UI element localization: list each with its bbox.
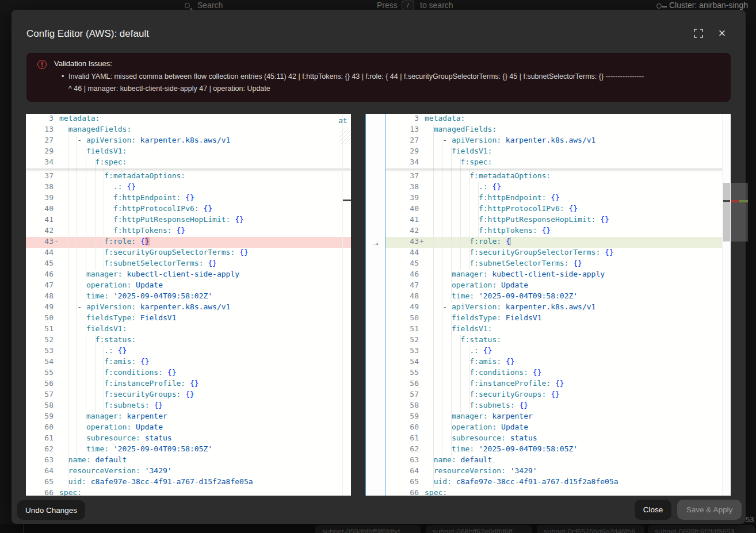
save-apply-button[interactable]: Save & Apply: [677, 500, 742, 520]
code-line[interactable]: 56f:instanceProfile: {}: [385, 379, 731, 390]
code-line[interactable]: 27- apiVersion: karpenter.k8s.aws/v1: [26, 136, 351, 147]
code-line[interactable]: 60operation: Update: [26, 423, 351, 434]
code-line[interactable]: 64resourceVersion: '3429': [26, 466, 351, 477]
code-line[interactable]: 59manager: karpenter: [385, 412, 731, 423]
code-line[interactable]: 37f:metadataOptions:: [26, 171, 351, 182]
text-cursor: [510, 237, 511, 246]
code-line[interactable]: 53.: {}: [385, 346, 731, 357]
code-line[interactable]: 3metadata:: [385, 114, 731, 125]
background-table-cell: subnet-0cf6525bd6e2d46fb6: [537, 525, 644, 533]
code-line[interactable]: 50fieldsType: FieldsV1: [385, 313, 731, 324]
code-line[interactable]: 42f:httpTokens: {}: [26, 226, 351, 237]
code-line[interactable]: 65uid: c8afe97e-38cc-4f91-a767-d15f2a8fe…: [26, 477, 351, 488]
code-line[interactable]: 44f:securityGroupSelectorTerms: {}: [26, 248, 351, 259]
scrollbar-slider[interactable]: [723, 183, 730, 241]
code-line[interactable]: 61subresource: status: [26, 434, 351, 444]
code-line[interactable]: 13managedFields:: [385, 125, 731, 136]
close-icon[interactable]: ×: [714, 25, 730, 41]
code-line[interactable]: 58f:subnets: {}: [385, 401, 731, 412]
code-line[interactable]: 34f:spec:: [385, 158, 731, 168]
diff-marker: [419, 488, 425, 496]
code-line[interactable]: 38.: {}: [26, 182, 351, 193]
diff-original-pane[interactable]: 3metadata:13managedFields:27- apiVersion…: [26, 114, 351, 496]
code-line[interactable]: 56f:instanceProfile: {}: [26, 379, 351, 390]
code-line[interactable]: 54f:amis: {}: [385, 357, 731, 368]
code-line[interactable]: 55f:conditions: {}: [26, 368, 351, 379]
code-line[interactable]: 29fieldsV1:: [26, 147, 351, 158]
code-line[interactable]: 46manager: kubectl-client-side-apply: [385, 270, 731, 281]
code-line[interactable]: 57f:securityGroups: {}: [385, 390, 731, 401]
line-number: 65: [26, 477, 54, 488]
code-line[interactable]: 45f:subnetSelectorTerms: {}: [385, 259, 731, 270]
code-line[interactable]: 65uid: c8afe97e-38cc-4f91-a767-d15f2a8fe…: [385, 477, 731, 488]
scrollbar-track[interactable]: [722, 114, 731, 496]
sticky-scroll-original[interactable]: 3metadata:13managedFields:27- apiVersion…: [26, 114, 351, 168]
code-line[interactable]: 62time: '2025-09-04T09:58:05Z': [385, 444, 731, 455]
code-line-add[interactable]: 43+f:role: {: [385, 237, 731, 248]
code-line[interactable]: 66spec:: [385, 488, 731, 496]
diff-marker: [54, 125, 59, 136]
code-line[interactable]: 48time: '2025-09-04T09:58:02Z': [26, 292, 351, 302]
line-number: 55: [385, 368, 419, 379]
code-line[interactable]: 3metadata:: [26, 114, 351, 125]
code-line[interactable]: 49- apiVersion: karpenter.k8s.aws/v1: [385, 302, 731, 313]
code-line[interactable]: 41f:httpPutResponseHopLimit: {}: [385, 215, 731, 226]
line-number: 54: [26, 357, 54, 368]
code-line[interactable]: 64resourceVersion: '3429': [385, 466, 731, 477]
code-line[interactable]: 34f:spec:: [26, 158, 351, 168]
code-line[interactable]: 47operation: Update: [385, 281, 731, 292]
code-line[interactable]: 39f:httpEndpoint: {}: [26, 193, 351, 204]
code-line[interactable]: 62time: '2025-09-04T09:58:05Z': [26, 444, 351, 455]
code-line[interactable]: 59manager: karpenter: [26, 412, 351, 423]
code-line[interactable]: 40f:httpProtocolIPv6: {}: [26, 204, 351, 215]
code-line[interactable]: 51fieldsV1:: [26, 324, 351, 335]
code-line[interactable]: 29fieldsV1:: [385, 147, 731, 158]
code-line-del[interactable]: 43-f:role: {}: [26, 237, 351, 248]
code-line[interactable]: 41f:httpPutResponseHopLimit: {}: [26, 215, 351, 226]
code-line[interactable]: 66spec:: [26, 488, 351, 496]
diff-modified-pane[interactable]: 3metadata:13managedFields:27- apiVersion…: [385, 114, 731, 496]
overview-viewport-slider[interactable]: [731, 183, 748, 241]
diff-marker: [419, 412, 425, 423]
code-line[interactable]: 40f:httpProtocolIPv6: {}: [385, 204, 731, 215]
code-line[interactable]: 47operation: Update: [26, 281, 351, 292]
code-line[interactable]: 27- apiVersion: karpenter.k8s.aws/v1: [385, 136, 731, 147]
code-line[interactable]: 60operation: Update: [385, 423, 731, 434]
code-line[interactable]: 13managedFields:: [26, 125, 351, 136]
code-line[interactable]: 39f:httpEndpoint: {}: [385, 193, 731, 204]
code-line[interactable]: 45f:subnetSelectorTerms: {}: [26, 259, 351, 270]
diff-marker: [54, 270, 59, 281]
code-text: .: {}: [59, 346, 127, 357]
code-line[interactable]: 49- apiVersion: karpenter.k8s.aws/v1: [26, 302, 351, 313]
revert-change-arrow-icon[interactable]: →: [366, 237, 385, 248]
code-text: time: '2025-09-04T09:58:05Z': [59, 444, 212, 455]
code-line[interactable]: 44f:securityGroupSelectorTerms: {}: [385, 248, 731, 259]
line-number: 49: [26, 302, 54, 313]
code-line[interactable]: 37f:metadataOptions:: [385, 171, 731, 182]
sticky-scroll-modified[interactable]: 3metadata:13managedFields:27- apiVersion…: [385, 114, 731, 168]
line-number: 50: [385, 313, 419, 324]
code-line[interactable]: 57f:securityGroups: {}: [26, 390, 351, 401]
code-line[interactable]: 38.: {}: [385, 182, 731, 193]
code-line[interactable]: 50fieldsType: FieldsV1: [26, 313, 351, 324]
code-line[interactable]: 46manager: kubectl-client-side-apply: [26, 270, 351, 281]
code-line[interactable]: 55f:conditions: {}: [385, 368, 731, 379]
code-line[interactable]: 61subresource: status: [385, 434, 731, 444]
undo-changes-button[interactable]: Undo Changes: [17, 500, 85, 520]
code-line[interactable]: 54f:amis: {}: [26, 357, 351, 368]
code-line[interactable]: 42f:httpTokens: {}: [385, 226, 731, 237]
code-line[interactable]: 52f:status:: [385, 335, 731, 346]
diff-overview-ruler[interactable]: [731, 114, 748, 496]
code-text: manager: karpenter: [425, 412, 533, 423]
code-line[interactable]: 63name: default: [385, 455, 731, 466]
code-line[interactable]: 63name: default: [26, 455, 351, 466]
code-line[interactable]: 53.: {}: [26, 346, 351, 357]
diff-sash[interactable]: →: [365, 114, 385, 496]
code-line[interactable]: 48time: '2025-09-04T09:58:02Z': [385, 292, 731, 302]
code-line[interactable]: 52f:status:: [26, 335, 351, 346]
expand-icon[interactable]: [690, 25, 707, 41]
close-button[interactable]: Close: [635, 500, 671, 520]
code-line[interactable]: 51fieldsV1:: [385, 324, 731, 335]
code-line[interactable]: 58f:subnets: {}: [26, 401, 351, 412]
diff-marker: [419, 313, 425, 324]
